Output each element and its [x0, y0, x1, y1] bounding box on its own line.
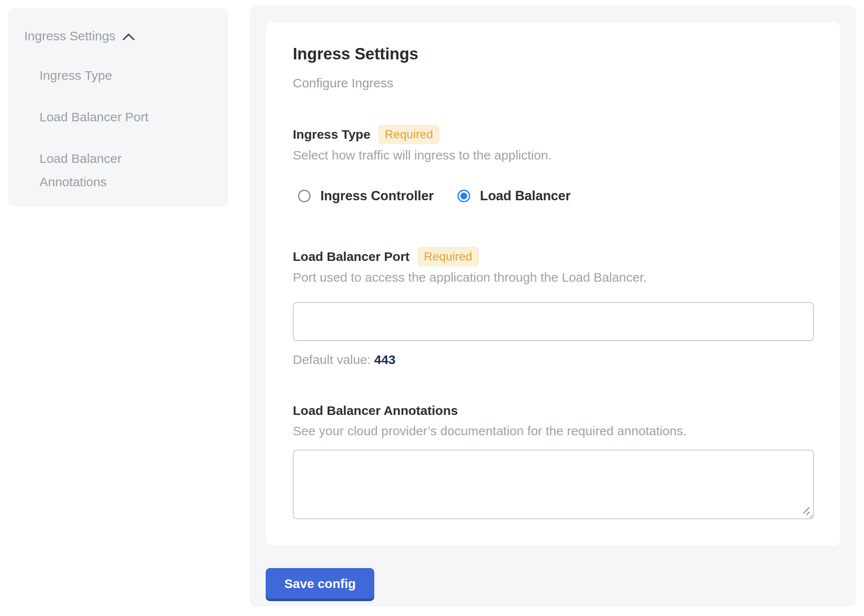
section-load-balancer-port: Load Balancer Port Required Port used to…	[293, 247, 813, 369]
screen: Ingress Settings Ingress Type Load Balan…	[0, 0, 864, 616]
radio-selected-icon	[457, 190, 470, 202]
main-panel: Ingress Settings Configure Ingress Ingre…	[250, 6, 856, 607]
sidebar-header-ingress-settings[interactable]: Ingress Settings	[24, 27, 212, 45]
required-badge: Required	[378, 125, 440, 144]
sidebar-nav: Ingress Type Load Balancer Port Load Bal…	[39, 64, 212, 193]
section-description-load-balancer-port: Port used to access the application thro…	[293, 268, 813, 287]
section-ingress-type: Ingress Type Required Select how traffic…	[293, 125, 813, 205]
section-heading-load-balancer-annotations: Load Balancer Annotations	[293, 401, 458, 420]
page-title: Ingress Settings	[293, 44, 813, 64]
section-description-load-balancer-annotations: See your cloud provider’s documentation …	[293, 422, 813, 440]
radio-label-ingress-controller: Ingress Controller	[320, 187, 434, 205]
default-value-line: Default value: 443	[293, 350, 813, 369]
sidebar-item-load-balancer-port[interactable]: Load Balancer Port	[39, 105, 212, 129]
sidebar: Ingress Settings Ingress Type Load Balan…	[8, 8, 228, 207]
default-value-label: Default value:	[293, 353, 370, 367]
ingress-type-radio-group: Ingress Controller Load Balancer	[293, 187, 813, 205]
chevron-up-icon	[121, 30, 136, 42]
settings-card: Ingress Settings Configure Ingress Ingre…	[266, 22, 840, 546]
required-badge: Required	[417, 247, 479, 266]
radio-option-load-balancer[interactable]: Load Balancer	[457, 187, 571, 205]
save-config-button[interactable]: Save config	[266, 568, 374, 601]
radio-label-load-balancer: Load Balancer	[480, 187, 571, 205]
load-balancer-port-input[interactable]	[293, 302, 814, 341]
section-heading-ingress-type: Ingress Type	[293, 125, 370, 144]
section-heading-load-balancer-port: Load Balancer Port	[293, 247, 410, 266]
default-value: 443	[374, 353, 396, 367]
section-description-ingress-type: Select how traffic will ingress to the a…	[293, 146, 813, 165]
load-balancer-annotations-textarea[interactable]	[293, 450, 814, 519]
sidebar-item-ingress-type[interactable]: Ingress Type	[39, 64, 212, 87]
sidebar-header-label: Ingress Settings	[24, 27, 115, 45]
section-load-balancer-annotations: Load Balancer Annotations See your cloud…	[293, 401, 813, 519]
radio-option-ingress-controller[interactable]: Ingress Controller	[298, 187, 434, 205]
sidebar-item-load-balancer-annotations[interactable]: Load Balancer Annotations	[39, 147, 167, 193]
page-subtitle: Configure Ingress	[293, 74, 813, 92]
radio-unselected-icon	[298, 190, 311, 202]
